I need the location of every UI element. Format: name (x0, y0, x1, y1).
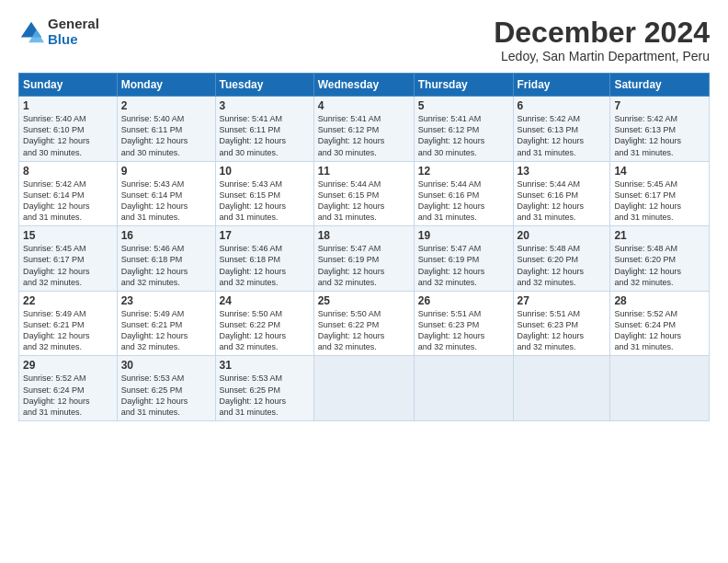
day-number: 13 (518, 165, 607, 178)
cell-info: Sunrise: 5:43 AMSunset: 6:14 PMDaylight:… (121, 178, 211, 224)
day-number: 23 (121, 294, 211, 307)
calendar-cell: 10Sunrise: 5:43 AMSunset: 6:15 PMDayligh… (215, 161, 313, 226)
calendar-cell: 16Sunrise: 5:46 AMSunset: 6:18 PMDayligh… (117, 226, 215, 292)
cell-info: Sunrise: 5:43 AMSunset: 6:15 PMDaylight:… (220, 178, 310, 224)
cell-info: Sunrise: 5:42 AMSunset: 6:14 PMDaylight:… (23, 178, 113, 224)
cell-info: Sunrise: 5:50 AMSunset: 6:22 PMDaylight:… (220, 308, 310, 353)
calendar-cell: 12Sunrise: 5:44 AMSunset: 6:16 PMDayligh… (414, 161, 513, 226)
cell-info: Sunrise: 5:45 AMSunset: 6:17 PMDaylight:… (614, 178, 705, 224)
calendar-cell: 29Sunrise: 5:52 AMSunset: 6:24 PMDayligh… (19, 356, 118, 421)
calendar-cell (414, 356, 513, 421)
cell-info: Sunrise: 5:48 AMSunset: 6:20 PMDaylight:… (518, 243, 607, 288)
col-sunday: Sunday (19, 74, 118, 97)
calendar-cell: 11Sunrise: 5:44 AMSunset: 6:15 PMDayligh… (313, 161, 414, 226)
cell-info: Sunrise: 5:50 AMSunset: 6:22 PMDaylight:… (318, 308, 410, 353)
calendar-header: Sunday Monday Tuesday Wednesday Thursday… (19, 74, 710, 97)
day-number: 10 (220, 165, 310, 178)
day-number: 25 (318, 294, 410, 307)
cell-info: Sunrise: 5:42 AMSunset: 6:13 PMDaylight:… (614, 113, 705, 158)
day-number: 16 (121, 229, 211, 242)
calendar-week-3: 15Sunrise: 5:45 AMSunset: 6:17 PMDayligh… (19, 226, 710, 292)
calendar-cell (313, 356, 414, 421)
calendar-cell: 28Sunrise: 5:52 AMSunset: 6:24 PMDayligh… (610, 291, 710, 356)
calendar-cell: 22Sunrise: 5:49 AMSunset: 6:21 PMDayligh… (19, 291, 118, 356)
calendar-cell: 23Sunrise: 5:49 AMSunset: 6:21 PMDayligh… (117, 291, 215, 356)
calendar-week-5: 29Sunrise: 5:52 AMSunset: 6:24 PMDayligh… (19, 356, 710, 421)
logo-general-text: General (48, 17, 99, 32)
calendar-cell: 26Sunrise: 5:51 AMSunset: 6:23 PMDayligh… (414, 291, 513, 356)
calendar-cell: 6Sunrise: 5:42 AMSunset: 6:13 PMDaylight… (513, 97, 610, 162)
col-friday: Friday (513, 74, 610, 97)
cell-info: Sunrise: 5:41 AMSunset: 6:12 PMDaylight:… (318, 113, 410, 158)
day-number: 12 (418, 165, 509, 178)
calendar-cell: 25Sunrise: 5:50 AMSunset: 6:22 PMDayligh… (313, 291, 414, 356)
day-number: 8 (23, 165, 113, 178)
cell-info: Sunrise: 5:52 AMSunset: 6:24 PMDaylight:… (614, 308, 705, 353)
day-number: 11 (318, 165, 410, 178)
page: General Blue December 2024 Ledoy, San Ma… (0, 0, 728, 563)
calendar-cell: 4Sunrise: 5:41 AMSunset: 6:12 PMDaylight… (313, 97, 414, 162)
day-number: 22 (23, 294, 113, 307)
calendar-cell: 20Sunrise: 5:48 AMSunset: 6:20 PMDayligh… (513, 226, 610, 292)
cell-info: Sunrise: 5:46 AMSunset: 6:18 PMDaylight:… (220, 243, 310, 288)
calendar-cell: 7Sunrise: 5:42 AMSunset: 6:13 PMDaylight… (610, 97, 710, 162)
day-number: 7 (614, 99, 705, 112)
calendar-week-4: 22Sunrise: 5:49 AMSunset: 6:21 PMDayligh… (19, 291, 710, 356)
calendar-week-2: 8Sunrise: 5:42 AMSunset: 6:14 PMDaylight… (19, 161, 710, 226)
day-number: 2 (121, 99, 211, 112)
cell-info: Sunrise: 5:52 AMSunset: 6:24 PMDaylight:… (23, 373, 113, 418)
day-number: 20 (518, 229, 607, 242)
calendar-cell: 31Sunrise: 5:53 AMSunset: 6:25 PMDayligh… (215, 356, 313, 421)
day-number: 31 (220, 359, 310, 372)
day-number: 3 (220, 99, 310, 112)
calendar-cell: 1Sunrise: 5:40 AMSunset: 6:10 PMDaylight… (19, 97, 118, 162)
cell-info: Sunrise: 5:44 AMSunset: 6:15 PMDaylight:… (318, 178, 410, 224)
calendar-cell: 27Sunrise: 5:51 AMSunset: 6:23 PMDayligh… (513, 291, 610, 356)
cell-info: Sunrise: 5:45 AMSunset: 6:17 PMDaylight:… (23, 243, 113, 288)
header-row: Sunday Monday Tuesday Wednesday Thursday… (19, 74, 710, 97)
col-tuesday: Tuesday (215, 74, 313, 97)
cell-info: Sunrise: 5:46 AMSunset: 6:18 PMDaylight:… (121, 243, 211, 288)
header: General Blue December 2024 Ledoy, San Ma… (18, 17, 710, 63)
cell-info: Sunrise: 5:44 AMSunset: 6:16 PMDaylight:… (418, 178, 509, 224)
day-number: 29 (23, 359, 113, 372)
day-number: 1 (23, 99, 113, 112)
cell-info: Sunrise: 5:41 AMSunset: 6:11 PMDaylight:… (220, 113, 310, 158)
subtitle: Ledoy, San Martin Department, Peru (494, 49, 710, 63)
day-number: 5 (418, 99, 509, 112)
calendar-cell: 8Sunrise: 5:42 AMSunset: 6:14 PMDaylight… (19, 161, 118, 226)
calendar-week-1: 1Sunrise: 5:40 AMSunset: 6:10 PMDaylight… (19, 97, 710, 162)
col-wednesday: Wednesday (313, 74, 414, 97)
cell-info: Sunrise: 5:41 AMSunset: 6:12 PMDaylight:… (418, 113, 509, 158)
calendar-cell: 17Sunrise: 5:46 AMSunset: 6:18 PMDayligh… (215, 226, 313, 292)
calendar-cell: 19Sunrise: 5:47 AMSunset: 6:19 PMDayligh… (414, 226, 513, 292)
day-number: 6 (518, 99, 607, 112)
calendar-cell: 24Sunrise: 5:50 AMSunset: 6:22 PMDayligh… (215, 291, 313, 356)
calendar-cell: 21Sunrise: 5:48 AMSunset: 6:20 PMDayligh… (610, 226, 710, 292)
cell-info: Sunrise: 5:40 AMSunset: 6:10 PMDaylight:… (23, 113, 113, 158)
day-number: 30 (121, 359, 211, 372)
calendar-cell: 15Sunrise: 5:45 AMSunset: 6:17 PMDayligh… (19, 226, 118, 292)
day-number: 19 (418, 229, 509, 242)
day-number: 14 (614, 165, 705, 178)
title-block: December 2024 Ledoy, San Martin Departme… (494, 17, 710, 63)
col-thursday: Thursday (414, 74, 513, 97)
calendar-cell (513, 356, 610, 421)
day-number: 4 (318, 99, 410, 112)
col-saturday: Saturday (610, 74, 710, 97)
cell-info: Sunrise: 5:53 AMSunset: 6:25 PMDaylight:… (121, 373, 211, 418)
logo-blue-text: Blue (48, 32, 99, 48)
day-number: 15 (23, 229, 113, 242)
calendar-cell: 14Sunrise: 5:45 AMSunset: 6:17 PMDayligh… (610, 161, 710, 226)
calendar-body: 1Sunrise: 5:40 AMSunset: 6:10 PMDaylight… (19, 97, 710, 421)
day-number: 21 (614, 229, 705, 242)
cell-info: Sunrise: 5:44 AMSunset: 6:16 PMDaylight:… (518, 178, 607, 224)
calendar-cell: 5Sunrise: 5:41 AMSunset: 6:12 PMDaylight… (414, 97, 513, 162)
day-number: 27 (518, 294, 607, 307)
cell-info: Sunrise: 5:53 AMSunset: 6:25 PMDaylight:… (220, 373, 310, 418)
logo-icon (18, 19, 44, 45)
calendar-cell (610, 356, 710, 421)
day-number: 24 (220, 294, 310, 307)
cell-info: Sunrise: 5:47 AMSunset: 6:19 PMDaylight:… (418, 243, 509, 288)
cell-info: Sunrise: 5:49 AMSunset: 6:21 PMDaylight:… (121, 308, 211, 353)
